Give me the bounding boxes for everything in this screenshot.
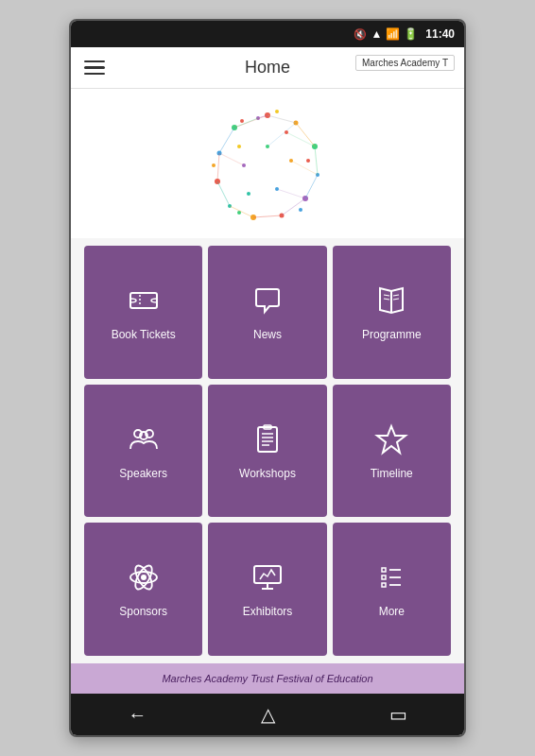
chat-icon <box>250 284 285 322</box>
book-open-icon <box>374 284 408 322</box>
hamburger-menu[interactable] <box>84 60 105 76</box>
svg-line-18 <box>268 115 296 123</box>
signal-icon: 📶 <box>386 27 400 41</box>
svg-point-13 <box>306 159 310 163</box>
grid-cell-exhibitors[interactable]: Exhibitors <box>208 523 326 656</box>
footer-text-bar: Marches Academy Trust Festival of Educat… <box>71 663 464 694</box>
book-tickets-label: Book Tickets <box>112 328 176 341</box>
svg-line-23 <box>253 215 282 217</box>
svg-point-42 <box>237 145 241 148</box>
logo-circle: m <box>206 104 329 227</box>
svg-rect-65 <box>254 566 281 583</box>
top-bar: Home Marches Academy T <box>71 47 464 89</box>
wifi-icon: ▲ <box>371 27 382 41</box>
grid-cell-timeline[interactable]: Timeline <box>333 385 451 518</box>
svg-line-24 <box>230 206 253 217</box>
svg-point-17 <box>240 119 244 123</box>
grid-container: Book Tickets News <box>71 238 464 663</box>
svg-line-47 <box>384 295 389 296</box>
grid-cell-book-tickets[interactable]: Book Tickets <box>84 246 202 379</box>
svg-line-48 <box>384 299 389 300</box>
phone-frame: 🔇 ▲ 📶 🔋 11:40 Home Marches Academy T <box>69 19 466 737</box>
svg-point-38 <box>289 159 293 163</box>
app-logo: m <box>206 104 329 227</box>
svg-line-26 <box>217 153 219 181</box>
grid-row-1: Book Tickets News <box>84 246 451 379</box>
svg-line-49 <box>393 295 399 296</box>
grid-cell-programme[interactable]: Programme <box>333 246 451 379</box>
timeline-label: Timeline <box>371 467 413 480</box>
exhibitors-label: Exhibitors <box>243 605 293 618</box>
more-label: More <box>379 605 405 618</box>
logo-area: m <box>71 89 464 238</box>
workshops-label: Workshops <box>239 467 296 480</box>
people-icon <box>127 422 161 461</box>
mute-icon: 🔇 <box>354 28 367 41</box>
svg-line-30 <box>234 115 268 128</box>
svg-line-27 <box>219 128 234 153</box>
svg-point-40 <box>242 163 246 167</box>
status-bar: 🔇 ▲ 📶 🔋 11:40 <box>71 21 464 47</box>
screen-icon <box>250 560 285 599</box>
grid-row-2: Speakers Workshops <box>84 385 451 518</box>
svg-line-32 <box>286 132 315 146</box>
svg-line-21 <box>305 175 318 198</box>
svg-point-14 <box>299 208 302 212</box>
svg-rect-44 <box>130 293 157 308</box>
time-display: 11:40 <box>425 27 455 41</box>
svg-line-25 <box>217 181 230 206</box>
grid-cell-news[interactable]: News <box>208 246 326 379</box>
svg-point-16 <box>212 163 216 167</box>
home-button[interactable]: △ <box>246 699 290 730</box>
svg-line-22 <box>282 198 305 215</box>
svg-line-19 <box>296 123 315 146</box>
svg-point-36 <box>285 130 288 134</box>
programme-label: Programme <box>362 328 422 341</box>
grid-cell-workshops[interactable]: Workshops <box>208 385 326 518</box>
svg-line-35 <box>219 153 244 165</box>
svg-line-33 <box>291 161 318 175</box>
grid-cell-sponsors[interactable]: Sponsors <box>84 523 202 656</box>
svg-text:m: m <box>250 144 285 188</box>
star-icon <box>374 422 408 461</box>
grid-cell-speakers[interactable]: Speakers <box>84 385 202 518</box>
svg-point-41 <box>247 192 250 196</box>
svg-rect-54 <box>258 427 277 452</box>
svg-point-61 <box>141 575 147 580</box>
svg-rect-70 <box>382 576 386 579</box>
svg-line-50 <box>393 299 399 300</box>
back-button[interactable]: ← <box>112 700 162 730</box>
nav-bar: ← △ ▭ <box>71 694 464 735</box>
battery-icon: 🔋 <box>404 27 418 41</box>
list-icon <box>374 560 408 599</box>
atom-icon <box>127 560 161 599</box>
svg-line-20 <box>315 146 318 175</box>
notepad-icon <box>250 422 285 461</box>
svg-line-34 <box>277 189 305 198</box>
grid-row-3: Sponsors Exhibitors <box>84 523 451 656</box>
recent-button[interactable]: ▭ <box>374 699 423 730</box>
ticket-icon <box>127 284 161 322</box>
speakers-label: Speakers <box>119 467 167 480</box>
status-icons: 🔇 ▲ 📶 🔋 11:40 <box>354 27 455 41</box>
page-title: Home <box>245 58 290 77</box>
sponsors-label: Sponsors <box>119 605 167 618</box>
tooltip-badge: Marches Academy T <box>355 55 455 71</box>
news-label: News <box>253 328 282 341</box>
footer-label: Marches Academy Trust Festival of Educat… <box>162 673 372 684</box>
svg-marker-60 <box>377 426 406 453</box>
svg-rect-72 <box>382 583 386 587</box>
svg-point-12 <box>275 110 279 113</box>
svg-rect-68 <box>382 568 386 572</box>
grid-cell-more[interactable]: More <box>333 523 451 656</box>
